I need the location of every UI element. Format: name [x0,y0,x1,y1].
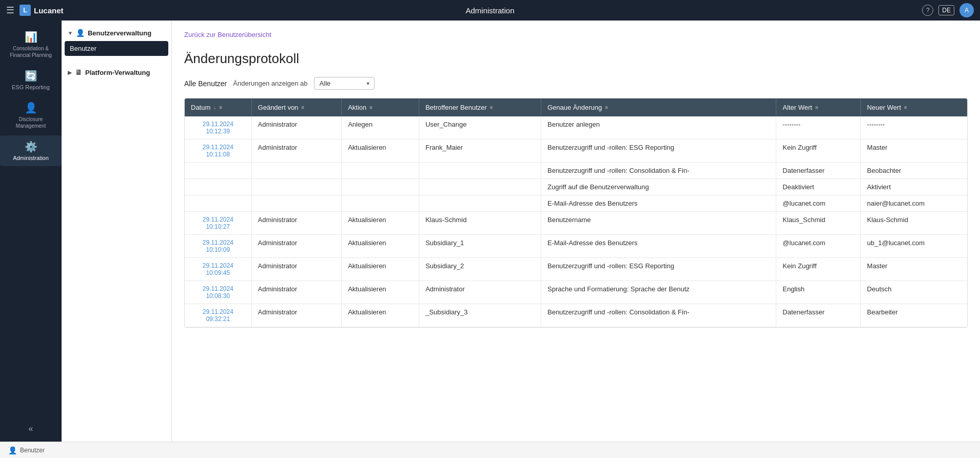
cell-geaendert-von: Administrator [251,116,342,140]
nav-section-header-benutzerverwaltung[interactable]: ▼ 👤 Benutzerverwaltung [62,25,171,41]
cell-neuer-wert: Beobachter [860,163,967,179]
nav-section-label-benutzerverwaltung: Benutzerverwaltung [88,29,151,37]
cell-betroffener: _Subsidiary_3 [419,304,541,327]
avatar[interactable]: A [959,3,974,17]
status-text: Benutzer [20,447,45,454]
cell-aktion: Aktualisieren [342,140,419,163]
cell-aktion [342,195,419,212]
filter-genaue-icon[interactable]: ≡ [605,105,608,110]
col-genaue-aenderung: Genaue Änderung ≡ [541,98,776,116]
col-betroffener: Betroffener Benutzer ≡ [419,98,541,116]
nav-section-label-platform: Platform-Verwaltung [85,69,150,76]
table-row: Zugriff auf die Benutzerverwaltung Deakt… [185,179,967,195]
col-genaue-aenderung-label: Genaue Änderung [547,104,602,111]
platform-icon: 🖥 [75,68,82,76]
cell-aktion: Aktualisieren [342,258,419,281]
cell-neuer-wert: Deutsch [860,281,967,304]
cell-datum: 29.11.202410:12:39 [185,116,251,140]
logo-text: Lucanet [34,6,64,15]
sidebar-item-label-esg: ESG Reporting [12,84,50,90]
cell-geaendert-von [251,195,342,212]
collapse-sidebar-button[interactable]: « [29,424,33,433]
filter-datum-icon[interactable]: ≡ [219,105,222,110]
col-geaendert-von-label: Geändert von [258,104,299,111]
cell-genaue-aenderung: E-Mail-Adresse des Benutzers [541,235,776,258]
cell-neuer-wert: Aktiviert [860,179,967,195]
chevron-down-icon: ▼ [68,30,73,36]
nav-panel: ▼ 👤 Benutzerverwaltung Benutzer ▶ 🖥 Plat… [62,21,172,442]
cell-datum: 29.11.202409:32:21 [185,304,251,327]
topbar: ☰ L Lucanet Administration ? DE A [0,0,980,21]
changes-table: Datum ↓ ≡ Geändert von ≡ [185,98,967,327]
table-row: 29.11.202410:10:09 Administrator Aktuali… [185,235,967,258]
cell-geaendert-von [251,179,342,195]
cell-alter-wert: @lucanet.com [776,235,860,258]
cell-datum [185,195,251,212]
sidebar-item-consolidation[interactable]: 📊 Consolidation & Financial Planning [0,26,62,64]
cell-alter-wert: Datenerfasser [776,304,860,327]
administration-icon: ⚙️ [25,141,37,153]
cell-aktion: Aktualisieren [342,235,419,258]
col-datum-label: Datum [191,104,210,111]
filter-aktion-icon[interactable]: ≡ [369,105,373,110]
language-button[interactable]: DE [938,5,954,15]
chevron-right-icon: ▶ [68,70,72,75]
cell-genaue-aenderung: Benutzerzugriff und -rollen: ESG Reporti… [541,258,776,281]
filter-select[interactable]: Alle Heute Diese Woche Dieser Monat [314,77,375,90]
cell-betroffener: Administrator [419,281,541,304]
cell-alter-wert: Kein Zugriff [776,258,860,281]
table-row: E-Mail-Adresse des Benutzers @lucanet.co… [185,195,967,212]
cell-alter-wert: -------- [776,116,860,140]
col-neuer-wert-label: Neuer Wert [867,104,901,111]
cell-aktion [342,163,419,179]
nav-section-header-platform[interactable]: ▶ 🖥 Platform-Verwaltung [62,64,171,81]
cell-genaue-aenderung: Sprache und Formatierung: Sprache der Be… [541,281,776,304]
sidebar-item-disclosure[interactable]: 👤 Disclosure Management [0,96,62,134]
table-header: Datum ↓ ≡ Geändert von ≡ [185,98,967,116]
table-row: 29.11.202410:11:08 Administrator Aktuali… [185,140,967,163]
col-betroffener-label: Betroffener Benutzer [425,104,487,111]
back-link[interactable]: Zurück zur Benutzerübersicht [184,31,271,38]
cell-genaue-aenderung: Benutzerzugriff und -rollen: ESG Reporti… [541,140,776,163]
filter-betroffener-icon[interactable]: ≡ [490,105,493,110]
cell-geaendert-von: Administrator [251,281,342,304]
col-alter-wert: Alter Wert ≡ [776,98,860,116]
sidebar-item-administration[interactable]: ⚙️ Administration [0,135,62,166]
sort-datum-icon[interactable]: ↓ [213,105,216,110]
nav-item-benutzer[interactable]: Benutzer [65,41,168,56]
status-user-icon: 👤 [8,446,17,454]
filter-alter-icon[interactable]: ≡ [815,105,818,110]
cell-betroffener [419,163,541,179]
cell-betroffener: Subsidiary_1 [419,235,541,258]
filter-neuer-icon[interactable]: ≡ [904,105,907,110]
cell-aktion: Aktualisieren [342,281,419,304]
sidebar-item-esg[interactable]: 🔄 ESG Reporting [0,65,62,95]
cell-alter-wert: Deaktiviert [776,179,860,195]
sidebar-item-label-administration: Administration [13,155,49,161]
cell-datum: 29.11.202410:09:45 [185,258,251,281]
cell-betroffener: Klaus-Schmid [419,212,541,235]
filter-all-users-label: Alle Benutzer [184,79,227,88]
sidebar-item-label-disclosure: Disclosure Management [4,116,57,129]
cell-geaendert-von: Administrator [251,212,342,235]
help-icon[interactable]: ? [922,5,933,16]
col-geaendert-von: Geändert von ≡ [251,98,342,116]
cell-datum: 29.11.202410:10:09 [185,235,251,258]
filter-geaendert-icon[interactable]: ≡ [301,105,304,110]
col-aktion: Aktion ≡ [342,98,419,116]
cell-alter-wert: English [776,281,860,304]
col-alter-wert-label: Alter Wert [782,104,812,111]
consolidation-icon: 📊 [25,31,37,43]
cell-datum: 29.11.202410:11:08 [185,140,251,163]
cell-betroffener [419,179,541,195]
cell-neuer-wert: Master [860,258,967,281]
menu-icon[interactable]: ☰ [6,5,14,16]
table-scroll[interactable]: Datum ↓ ≡ Geändert von ≡ [185,98,967,327]
user-manage-icon: 👤 [76,29,85,37]
filter-changes-label: Änderungen anzeigen ab [233,79,307,87]
status-bar: 👤 Benutzer [0,442,980,458]
cell-alter-wert: Klaus_Schmid [776,212,860,235]
col-neuer-wert: Neuer Wert ≡ [860,98,967,116]
cell-betroffener: Frank_Maier [419,140,541,163]
cell-geaendert-von: Administrator [251,235,342,258]
